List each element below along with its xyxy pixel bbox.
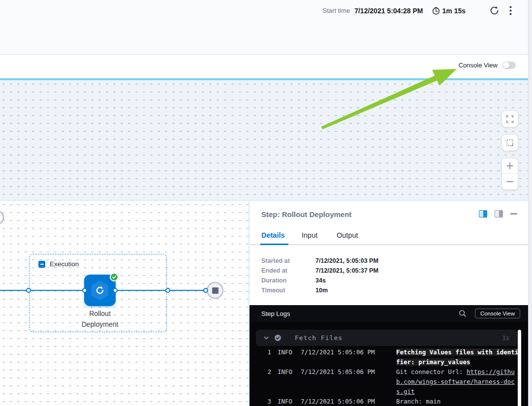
zoom-out-button[interactable]	[502, 174, 518, 189]
detail-row-duration: Duration 34s	[261, 277, 458, 287]
chevron-down-icon[interactable]	[263, 335, 269, 341]
search-icon	[459, 310, 467, 317]
step-logs-title: Step Logs	[261, 310, 290, 317]
console-view-button[interactable]: Console View	[475, 309, 520, 318]
log-lines: 1 INFO 7/12/2021 5:05:06 PM Fetching Val…	[250, 347, 528, 406]
toggle-knob	[503, 62, 509, 68]
minimize-panel-button[interactable]	[510, 213, 517, 215]
more-options-button[interactable]	[508, 5, 513, 16]
kebab-menu-icon	[509, 6, 512, 15]
pipeline-execution-page: Start time 7/12/2021 5:04:28 PM 1m 15s	[0, 0, 532, 406]
panel-view-icon[interactable]	[495, 210, 503, 218]
tab-details[interactable]: Details	[261, 231, 285, 239]
rollout-refresh-icon	[94, 284, 106, 296]
detail-row-started-at: Started at 7/12/2021, 5:05:03 PM	[261, 257, 458, 267]
tab-output[interactable]: Output	[337, 231, 358, 239]
log-section-fetch-files[interactable]: Fetch Files 1s	[256, 330, 517, 346]
start-time-label: Start time	[323, 7, 350, 14]
detail-row-ended-at: Ended at 7/12/2021, 5:05:37 PM	[261, 267, 458, 277]
step-details-panel: Step: Rollout Deployment Details Input O…	[249, 200, 528, 406]
log-section-name: Fetch Files	[295, 334, 343, 342]
step-logs-bar: Step Logs Console View	[250, 305, 528, 322]
console-view-toggle[interactable]	[502, 62, 516, 69]
step-success-badge	[110, 273, 119, 281]
refresh-icon	[489, 5, 500, 16]
log-viewer: Fetch Files 1s 1 INFO 7/12/2021 5:05:06 …	[250, 322, 528, 406]
tabs-baseline	[250, 244, 528, 245]
connector-port	[82, 288, 87, 293]
fullscreen-button[interactable]	[502, 111, 518, 127]
pipeline-stages-canvas[interactable]	[0, 80, 532, 200]
check-icon	[112, 275, 117, 280]
active-tab-underline	[260, 244, 288, 245]
log-message: Branch: main	[396, 397, 519, 406]
log-section-duration: 1s	[502, 335, 509, 342]
zoom-to-fit-icon	[506, 139, 514, 147]
log-line: 1 INFO 7/12/2021 5:05:06 PM Fetching Val…	[250, 347, 528, 367]
section-success-icon	[274, 334, 282, 342]
log-line: 3 INFO 7/12/2021 5:05:06 PM Branch: main	[250, 397, 528, 406]
connector-port	[113, 288, 118, 293]
log-message: Fetching Values files with identifier: p…	[396, 347, 519, 367]
step-node-label: Rollout Deployment	[64, 308, 135, 330]
plus-icon	[506, 162, 514, 170]
stage-divider-line	[0, 78, 532, 80]
stop-square-icon	[212, 287, 219, 294]
split-view-icon[interactable]	[479, 210, 487, 218]
log-search-button[interactable]	[458, 309, 468, 318]
tab-input[interactable]: Input	[302, 231, 317, 239]
clock-icon	[432, 7, 440, 15]
page-scrollbar-track[interactable]	[528, 0, 532, 406]
zoom-in-out-group	[502, 158, 518, 189]
execution-group-label: Execution	[50, 260, 79, 268]
connector-port	[165, 288, 170, 293]
panel-title: Step: Rollout Deployment	[261, 210, 351, 219]
end-node[interactable]	[207, 282, 223, 299]
connector-port	[26, 288, 31, 293]
panel-tabs: Details Input Output	[250, 229, 528, 246]
fullscreen-icon	[506, 115, 514, 123]
refresh-button[interactable]	[488, 4, 501, 17]
console-view-toggle-label: Console View	[459, 62, 498, 69]
zoom-in-button[interactable]	[502, 158, 518, 174]
log-scrollbar[interactable]	[518, 330, 521, 406]
log-line: 2 INFO 7/12/2021 5:05:06 PM Git connecto…	[250, 367, 528, 397]
start-time-value: 7/12/2021 5:04:28 PM	[354, 7, 423, 15]
collapse-group-icon[interactable]	[38, 261, 45, 268]
detail-row-timeout: Timeout 10m	[261, 287, 458, 297]
minus-icon	[506, 178, 514, 186]
view-toggle-strip: Console View	[0, 55, 532, 78]
top-header: Start time 7/12/2021 5:04:28 PM 1m 15s	[0, 0, 532, 55]
log-message: Git connector Url: https://github.com/wi…	[396, 367, 519, 397]
start-node-partial	[0, 210, 4, 225]
execution-group-header[interactable]: Execution	[38, 260, 79, 268]
zoom-to-fit-button[interactable]	[502, 135, 518, 151]
elapsed-duration: 1m 15s	[442, 7, 466, 15]
connector-port	[203, 288, 208, 293]
